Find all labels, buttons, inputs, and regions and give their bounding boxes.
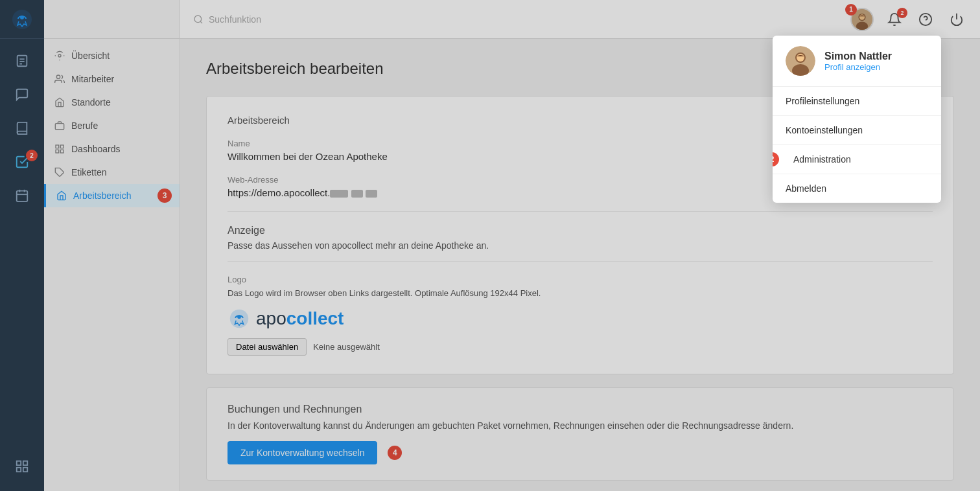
dropdown-label-profileinstellungen: Profileinstellungen <box>786 96 859 106</box>
dropdown-avatar <box>786 46 815 76</box>
dropdown-label-abmelden: Abmelden <box>786 183 826 194</box>
dropdown-label-kontoeinstellungen: Kontoeinstellungen <box>786 125 863 135</box>
dropdown-item-abmelden[interactable]: Abmelden <box>773 174 941 203</box>
svg-point-34 <box>797 54 804 62</box>
dropdown-profile-link[interactable]: Profil anzeigen <box>824 62 892 72</box>
dropdown-label-administration: Administration <box>793 154 851 165</box>
dropdown-item-administration[interactable]: 2 Administration <box>773 145 941 174</box>
user-dropdown-menu: Simon Nattler Profil anzeigen Profileins… <box>773 36 941 203</box>
dropdown-header: Simon Nattler Profil anzeigen <box>773 36 941 87</box>
dropdown-item-kontoeinstellungen[interactable]: Kontoeinstellungen <box>773 116 941 145</box>
dropdown-user-info: Simon Nattler Profil anzeigen <box>824 51 892 72</box>
dropdown-item-profileinstellungen[interactable]: Profileinstellungen <box>773 87 941 116</box>
step-badge-2: 2 <box>773 152 779 166</box>
dropdown-user-name: Simon Nattler <box>824 51 892 62</box>
